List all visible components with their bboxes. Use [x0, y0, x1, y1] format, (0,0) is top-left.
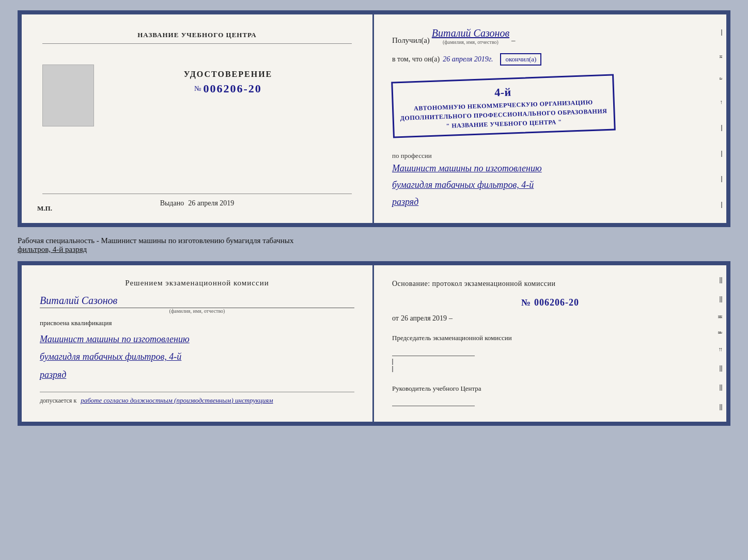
- top-left-page: НАЗВАНИЕ УЧЕБНОГО ЦЕНТРА УДОСТОВЕРЕНИЕ №…: [22, 14, 374, 223]
- edge-letter-a: а: [719, 77, 725, 80]
- edge-letter-arrow: ←: [719, 100, 725, 105]
- edge-dash-3: [721, 151, 722, 157]
- edge-dash-5: [721, 202, 722, 208]
- received-name-hint: (фамилия, имя, отчество): [443, 39, 498, 45]
- bottom-name: Виталий Сазонов: [40, 295, 117, 306]
- specialty-text-block: Рабочая специальность - Машинист машины …: [18, 233, 730, 255]
- specialty-line2: фильтров, 4-й разряд: [18, 245, 730, 254]
- br-edge-dash-4: [721, 385, 722, 391]
- top-right-page: Получил(а) Виталий Сазонов (фамилия, имя…: [374, 14, 726, 223]
- qual-line3: разряд: [40, 366, 354, 383]
- qualification-section: Машинист машины по изготовлению бумагидл…: [40, 330, 354, 383]
- protocol-prefix: №: [521, 297, 531, 308]
- allowed-text: работе согласно должностным (производств…: [81, 396, 273, 404]
- vtom-date: 26 апреля 2019г.: [443, 55, 493, 63]
- director-signature-line: [392, 396, 475, 406]
- vtom-prefix: в том, что он(а): [392, 55, 440, 63]
- received-name: Виталий Сазонов: [432, 27, 509, 39]
- basis-label: Основание: протокол экзаменационной коми…: [392, 280, 555, 287]
- edge-dash-2: [721, 125, 722, 131]
- bottom-right-edge-decoration: и а ←: [717, 265, 726, 422]
- profession-line2: бумагидля табачных фильтров, 4-й: [392, 177, 708, 193]
- mp-label: М.П.: [37, 204, 52, 213]
- profession-section: по профессии Машинист машины по изготовл…: [392, 151, 708, 210]
- decision-title: Решением экзаменационной комиссии: [125, 279, 269, 287]
- okoncil-label: окончил(а): [500, 53, 541, 66]
- assigned-label: присвоена квалификация: [40, 319, 354, 327]
- dash-1: [392, 359, 393, 365]
- stamp-box: 4-й АВТОНОМНУЮ НЕКОММЕРЧЕСКУЮ ОРГАНИЗАЦИ…: [391, 74, 615, 138]
- allowed-section: допускается к работе согласно должностны…: [40, 392, 354, 405]
- issued-date: 26 апреля 2019: [188, 199, 234, 207]
- bottom-name-section: Виталий Сазонов (фамилия, имя, отчество): [40, 295, 354, 314]
- date-dash: –: [449, 314, 453, 323]
- issued-label: Выдано: [160, 199, 184, 207]
- received-prefix: Получил(а): [392, 36, 430, 45]
- photo-placeholder: [42, 65, 94, 126]
- br-edge-dash-1: [721, 277, 722, 283]
- br-edge-dash-2: [721, 296, 722, 302]
- qual-line1: Машинист машины по изготовлению: [40, 330, 354, 348]
- allowed-prefix: допускается к: [40, 397, 76, 404]
- basis-section: Основание: протокол экзаменационной коми…: [392, 278, 708, 289]
- profession-prefix: по профессии: [392, 152, 432, 159]
- br-edge-letter-arrow: ←: [719, 347, 725, 353]
- stamp-section: 4-й АВТОНОМНУЮ НЕКОММЕРЧЕСКУЮ ОРГАНИЗАЦИ…: [392, 74, 708, 138]
- bottom-left-page: Решением экзаменационной комиссии Витали…: [22, 265, 374, 422]
- edge-dash-4: [721, 176, 722, 182]
- protocol-date-section: от 26 апреля 2019 –: [392, 314, 708, 323]
- profession-line1: Машинист машины по изготовлению: [392, 160, 708, 177]
- cert-number-prefix: №: [194, 85, 201, 93]
- chairman-signature-line: [392, 346, 475, 356]
- right-edge-decoration: и а ←: [717, 14, 726, 223]
- profession-line3: разряд: [392, 194, 708, 210]
- edge-letter-i: и: [719, 55, 725, 58]
- br-edge-dash-3: [721, 365, 722, 372]
- date-value: 26 апреля 2019: [401, 314, 447, 323]
- director-section: Руководитель учебного Центра: [392, 383, 708, 409]
- specialty-line1: Рабочая специальность - Машинист машины …: [18, 236, 730, 245]
- director-label: Руководитель учебного Центра: [392, 385, 481, 392]
- br-edge-letter-a: а: [719, 331, 725, 334]
- top-document-pair: НАЗВАНИЕ УЧЕБНОГО ЦЕНТРА УДОСТОВЕРЕНИЕ №…: [18, 10, 730, 227]
- bottom-name-hint: (фамилия, имя, отчество): [40, 308, 354, 314]
- date-prefix: от: [392, 314, 399, 323]
- protocol-number: 006206-20: [534, 297, 579, 308]
- chairman-label: Председатель экзаменационной комиссии: [392, 334, 512, 342]
- received-section: Получил(а) Виталий Сазонов (фамилия, имя…: [392, 27, 708, 45]
- edge-dash-1: [721, 29, 722, 36]
- bottom-document-pair: Решением экзаменационной комиссии Витали…: [18, 261, 730, 426]
- top-left-title: НАЗВАНИЕ УЧЕБНОГО ЦЕНТРА: [137, 31, 257, 39]
- bottom-right-page: Основание: протокол экзаменационной коми…: [374, 265, 726, 422]
- vtom-section: в том, что он(а) 26 апреля 2019г. окончи…: [392, 53, 708, 66]
- br-edge-dash-5: [721, 404, 722, 410]
- cert-type-label: УДОСТОВЕРЕНИЕ: [184, 70, 273, 79]
- cert-number: 006206-20: [204, 82, 262, 95]
- protocol-number-section: № 006206-20: [392, 297, 708, 308]
- dash-2: [392, 366, 393, 372]
- chairman-section: Председатель экзаменационной комиссии: [392, 333, 708, 373]
- qual-line2: бумагидля табачных фильтров, 4-й: [40, 348, 354, 365]
- br-edge-letter-i: и: [719, 315, 725, 318]
